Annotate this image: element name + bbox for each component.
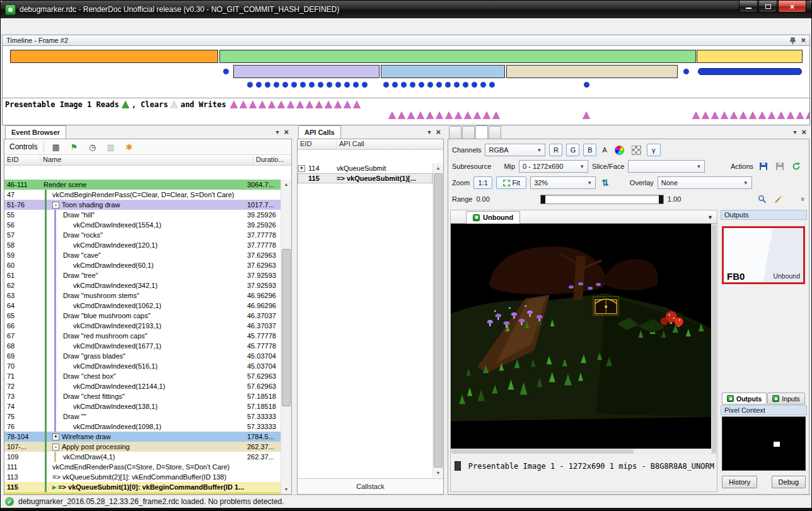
draw-dot-icon[interactable] <box>436 82 442 88</box>
draw-dot-icon[interactable] <box>454 82 460 88</box>
timeline-dot-cluster[interactable] <box>584 82 589 88</box>
event-browser-scrollbar[interactable]: ▲ ▼ <box>281 180 291 494</box>
settings-icon[interactable]: ∗ <box>123 141 136 153</box>
write-marker-icon[interactable] <box>483 112 490 119</box>
title-bar[interactable]: debugmarker.rdc - RenderDoc Unofficial r… <box>1 1 811 18</box>
range-slider[interactable] <box>540 195 664 204</box>
write-marker-icon[interactable] <box>417 112 424 119</box>
draw-dot-icon[interactable] <box>480 82 486 88</box>
texture-vertical-scrollbar[interactable] <box>711 224 717 454</box>
history-button[interactable]: History <box>722 476 757 488</box>
event-row[interactable]: 73 ▶Draw "chest fittings" 57.18518 <box>4 391 281 401</box>
write-marker-icon[interactable] <box>787 112 794 119</box>
write-marker-icon[interactable] <box>426 112 434 119</box>
timeline-draw-dot[interactable] <box>683 69 689 74</box>
grid-icon[interactable]: ▦ <box>50 141 62 153</box>
flag-icon[interactable]: ⚑ <box>68 141 81 153</box>
write-marker-icon[interactable] <box>249 101 257 108</box>
write-marker-icon[interactable] <box>296 101 304 108</box>
write-marker-icon[interactable] <box>388 112 396 119</box>
channel-green-toggle[interactable]: G <box>566 144 579 156</box>
zoom-1to1-button[interactable]: 1:1 <box>473 176 492 189</box>
timeline-block[interactable] <box>233 65 380 78</box>
channel-red-toggle[interactable]: R <box>549 144 562 156</box>
expander-icon[interactable]: + <box>52 433 59 440</box>
write-marker-icon[interactable] <box>240 101 247 108</box>
write-marker-icon[interactable] <box>492 112 500 119</box>
expander-icon[interactable]: - <box>52 444 59 451</box>
save-icon[interactable] <box>757 160 770 173</box>
write-marker-icon[interactable] <box>583 112 590 119</box>
timeline-block[interactable] <box>506 65 678 78</box>
write-marker-icon[interactable] <box>749 112 757 119</box>
draw-dot-icon[interactable] <box>282 82 288 88</box>
event-row[interactable]: 65 ▶Draw "blue mushroom caps" 46.37037 <box>4 311 281 321</box>
event-row[interactable]: 109 ▶vkCmdDraw(4,1) 262.37... <box>4 452 281 462</box>
draw-dot-icon[interactable] <box>362 82 368 88</box>
tab-api-calls[interactable]: API Calls <box>298 125 341 139</box>
api-call-row[interactable]: 115 => vkQueueSubmit(1)[... <box>298 173 432 183</box>
event-row[interactable]: 75 ▶Draw "" 57.33333 <box>4 411 281 422</box>
gamma-toggle[interactable]: γ <box>647 144 661 156</box>
draw-dot-icon[interactable] <box>274 82 279 88</box>
event-row[interactable]: 71 ▶Draw "chest box" 57.62963 <box>4 371 281 381</box>
timeline-block[interactable] <box>10 50 218 63</box>
write-marker-icon[interactable] <box>353 101 361 108</box>
draw-dot-icon[interactable] <box>300 82 306 88</box>
scroll-up-icon[interactable]: ▲ <box>433 163 443 173</box>
mip-dropdown[interactable]: 0 - 1272x690▼ <box>519 160 588 173</box>
event-row[interactable]: 60 ▶vkCmdDrawIndexed(60,1) 37.62963 <box>4 260 281 270</box>
close-icon[interactable]: × <box>801 37 806 43</box>
right-panel-tab[interactable] <box>462 126 475 139</box>
event-row[interactable]: 64 ▶vkCmdDrawIndexed(1062,1) 46.96296 <box>4 301 281 311</box>
write-marker-icon[interactable] <box>445 112 453 119</box>
event-row[interactable]: 74 ▶vkCmdDrawIndexed(138,1) 57.18518 <box>4 401 281 411</box>
draw-dot-icon[interactable] <box>419 82 424 88</box>
close-icon[interactable]: × <box>284 129 289 135</box>
chevron-down-icon[interactable]: ▾ <box>427 129 431 135</box>
menu-item[interactable] <box>14 24 26 29</box>
channel-blue-toggle[interactable]: B <box>583 144 596 156</box>
write-marker-icon[interactable] <box>702 112 709 119</box>
callstack-section[interactable]: Callstack <box>298 478 443 494</box>
draw-dot-icon[interactable] <box>445 82 451 88</box>
right-panel-tab[interactable] <box>449 126 461 139</box>
checkerboard-icon[interactable] <box>630 144 643 156</box>
zoom-range-icon[interactable] <box>756 193 768 205</box>
event-row[interactable]: 67 ▶Draw "red mushroom caps" 45.77778 <box>4 331 281 341</box>
close-button[interactable]: × <box>778 1 806 13</box>
fb0-thumbnail[interactable]: FB0 Unbound <box>722 226 805 284</box>
write-marker-icon[interactable] <box>268 101 276 108</box>
range-handle-white-point[interactable] <box>659 195 663 204</box>
event-row[interactable]: 51-76 -▶Toon shading draw 1017.7... <box>4 200 281 210</box>
write-marker-icon[interactable] <box>721 112 728 119</box>
api-calls-scrollbar[interactable]: ▲ ▼ <box>432 163 443 478</box>
write-marker-icon[interactable] <box>806 112 810 119</box>
timeline-dot-cluster[interactable] <box>383 82 495 88</box>
draw-dot-icon[interactable] <box>265 82 270 88</box>
right-panel-tab[interactable] <box>475 125 488 139</box>
chevron-down-icon[interactable]: ▼ <box>707 214 717 223</box>
write-marker-icon[interactable] <box>306 101 313 108</box>
event-row[interactable]: 113 ▶=> vkQueueSubmit(2)[1]: vkEndComman… <box>4 472 281 482</box>
right-panel-tab[interactable] <box>489 126 501 139</box>
write-marker-icon[interactable] <box>473 112 481 119</box>
tab-event-browser[interactable]: Event Browser <box>5 125 66 139</box>
draw-dot-icon[interactable] <box>427 82 433 88</box>
maximize-button[interactable] <box>758 1 777 13</box>
draw-dot-icon[interactable] <box>401 82 407 88</box>
event-row[interactable]: 69 ▶Draw "grass blades" 45.03704 <box>4 351 281 361</box>
event-row[interactable]: 46-111 ▶Render scene 3064.7... <box>4 180 281 190</box>
save-as-icon[interactable] <box>774 160 786 173</box>
draw-dot-icon[interactable] <box>309 82 315 88</box>
event-row[interactable]: 107-... -▶Apply post processing 262.37..… <box>4 442 281 452</box>
event-row[interactable]: 76 ▶vkCmdDrawIndexed(1098,1) 57.33333 <box>4 422 281 432</box>
scrollbar-thumb[interactable] <box>434 173 443 468</box>
timeline-draw-dot[interactable] <box>223 69 229 74</box>
write-marker-icon[interactable] <box>315 101 323 108</box>
pixel-context-view[interactable] <box>722 416 806 471</box>
expander-icon[interactable]: + <box>44 494 50 495</box>
event-row[interactable]: 62 ▶vkCmdDrawIndexed(342,1) 37.92593 <box>4 280 281 290</box>
write-marker-icon[interactable] <box>768 112 775 119</box>
menu-item[interactable] <box>37 24 49 29</box>
